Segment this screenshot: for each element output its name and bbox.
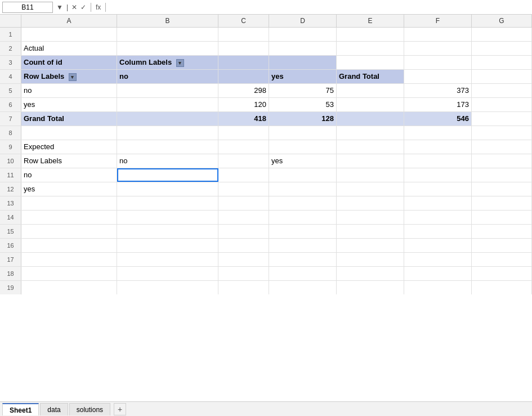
cell-d5[interactable]: 75 bbox=[269, 84, 337, 97]
column-labels-dropdown[interactable]: ▾ bbox=[176, 59, 184, 67]
row-labels-dropdown[interactable]: ▾ bbox=[69, 73, 77, 81]
cell-g11[interactable] bbox=[472, 168, 532, 182]
cell-a12[interactable]: yes bbox=[21, 182, 117, 196]
cell-a4[interactable]: Row Labels ▾ bbox=[21, 70, 117, 83]
cell-a7[interactable]: Grand Total bbox=[21, 112, 117, 126]
cell-b1[interactable] bbox=[117, 28, 218, 41]
cell-a5[interactable]: no bbox=[21, 84, 117, 97]
cell-b2[interactable] bbox=[117, 42, 218, 55]
cell-e1[interactable] bbox=[337, 28, 404, 41]
cell-g5[interactable] bbox=[472, 84, 532, 97]
cell-g3[interactable] bbox=[472, 56, 532, 69]
cell-a6[interactable]: yes bbox=[21, 98, 117, 111]
cell-f4[interactable] bbox=[404, 70, 472, 83]
cell-b12[interactable] bbox=[117, 182, 218, 196]
cell-f6[interactable]: 173 bbox=[404, 98, 472, 111]
cell-e11[interactable] bbox=[337, 168, 404, 182]
cell-b4[interactable]: no bbox=[117, 70, 218, 83]
cell-a2[interactable]: Actual bbox=[21, 42, 117, 55]
cell-a8[interactable] bbox=[21, 126, 117, 140]
cell-e2[interactable] bbox=[337, 42, 404, 55]
cell-c5[interactable]: 298 bbox=[218, 84, 269, 97]
col-header-g[interactable]: G bbox=[472, 15, 532, 27]
cell-d12[interactable] bbox=[269, 182, 337, 196]
cell-f8[interactable] bbox=[404, 126, 472, 140]
cell-g10[interactable] bbox=[472, 154, 532, 168]
expand-icon[interactable]: ▼ bbox=[55, 3, 64, 11]
cell-g9[interactable] bbox=[472, 140, 532, 154]
cell-d8[interactable] bbox=[269, 126, 337, 140]
col-header-d[interactable]: D bbox=[269, 15, 337, 27]
cell-e12[interactable] bbox=[337, 182, 404, 196]
cell-e8[interactable] bbox=[337, 126, 404, 140]
cell-b7[interactable] bbox=[117, 112, 218, 126]
cell-d2[interactable] bbox=[269, 42, 337, 55]
col-header-b[interactable]: B bbox=[117, 15, 218, 27]
cell-f7[interactable]: 546 bbox=[404, 112, 472, 126]
cell-a9[interactable]: Expected bbox=[21, 140, 117, 154]
cell-d7[interactable]: 128 bbox=[269, 112, 337, 126]
cell-d10[interactable]: yes bbox=[269, 154, 337, 168]
cell-reference-box[interactable]: B11 bbox=[2, 2, 53, 13]
cell-e3[interactable] bbox=[337, 56, 404, 69]
confirm-icon[interactable]: ✓ bbox=[79, 3, 87, 11]
cell-e6[interactable] bbox=[337, 98, 404, 111]
cell-g12[interactable] bbox=[472, 182, 532, 196]
function-icon[interactable]: fx bbox=[95, 3, 102, 11]
cell-f12[interactable] bbox=[404, 182, 472, 196]
cell-g8[interactable] bbox=[472, 126, 532, 140]
cell-c11[interactable] bbox=[218, 168, 269, 182]
cell-f9[interactable] bbox=[404, 140, 472, 154]
cell-b3[interactable]: Column Labels ▾ bbox=[117, 56, 218, 69]
cell-g4[interactable] bbox=[472, 70, 532, 83]
col-header-f[interactable]: F bbox=[404, 15, 472, 27]
cell-f1[interactable] bbox=[404, 28, 472, 41]
cell-g7[interactable] bbox=[472, 112, 532, 126]
cell-e7[interactable] bbox=[337, 112, 404, 126]
cell-e4[interactable]: Grand Total bbox=[337, 70, 404, 83]
cell-f10[interactable] bbox=[404, 154, 472, 168]
cell-b11[interactable] bbox=[117, 168, 218, 182]
cell-f5[interactable]: 373 bbox=[404, 84, 472, 97]
cell-c1[interactable] bbox=[218, 28, 269, 41]
cell-d11[interactable] bbox=[269, 168, 337, 182]
cell-e9[interactable] bbox=[337, 140, 404, 154]
cell-a11[interactable]: no bbox=[21, 168, 117, 182]
cell-b9[interactable] bbox=[117, 140, 218, 154]
col-header-e[interactable]: E bbox=[337, 15, 404, 27]
cell-f2[interactable] bbox=[404, 42, 472, 55]
cell-a10[interactable]: Row Labels bbox=[21, 154, 117, 168]
cell-c4[interactable] bbox=[218, 70, 269, 83]
cell-c2[interactable] bbox=[218, 42, 269, 55]
cell-d6[interactable]: 53 bbox=[269, 98, 337, 111]
cell-f11[interactable] bbox=[404, 168, 472, 182]
cell-c9[interactable] bbox=[218, 140, 269, 154]
cell-g2[interactable] bbox=[472, 42, 532, 55]
cell-c6[interactable]: 120 bbox=[218, 98, 269, 111]
cell-f3[interactable] bbox=[404, 56, 472, 69]
cell-d1[interactable] bbox=[269, 28, 337, 41]
cell-g6[interactable] bbox=[472, 98, 532, 111]
cell-c12[interactable] bbox=[218, 182, 269, 196]
cell-a1[interactable] bbox=[21, 28, 117, 41]
cell-a3[interactable]: Count of id bbox=[21, 56, 117, 69]
formula-input[interactable] bbox=[110, 2, 530, 13]
cell-e10[interactable] bbox=[337, 154, 404, 168]
cell-g1[interactable] bbox=[472, 28, 532, 41]
col-header-c[interactable]: C bbox=[218, 15, 269, 27]
cell-d9[interactable] bbox=[269, 140, 337, 154]
cell-e5[interactable] bbox=[337, 84, 404, 97]
cell-b6[interactable] bbox=[117, 98, 218, 111]
cell-c10[interactable] bbox=[218, 154, 269, 168]
cell-b8[interactable] bbox=[117, 126, 218, 140]
cell-d3[interactable] bbox=[269, 56, 337, 69]
cancel-icon[interactable]: ✕ bbox=[70, 3, 78, 11]
cell-b5[interactable] bbox=[117, 84, 218, 97]
cell-c3[interactable] bbox=[218, 56, 269, 69]
cell-c8[interactable] bbox=[218, 126, 269, 140]
cell-b10[interactable]: no bbox=[117, 154, 218, 168]
cell-c7[interactable]: 418 bbox=[218, 112, 269, 126]
row-num-2: 2 bbox=[0, 42, 21, 55]
col-header-a[interactable]: A bbox=[21, 15, 117, 27]
cell-d4[interactable]: yes bbox=[269, 70, 337, 83]
